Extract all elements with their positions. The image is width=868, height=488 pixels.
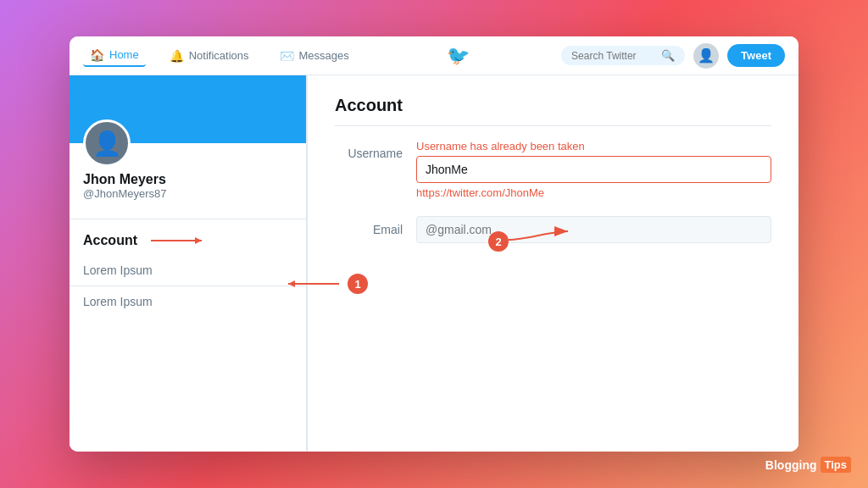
sidebar-item-1[interactable]: Lorem Ipsum	[70, 255, 306, 286]
sidebar-section-title: Account	[70, 226, 306, 255]
email-field-group	[416, 216, 771, 243]
watermark-suffix: Tips	[821, 457, 852, 473]
username-error: Username has already been taken	[416, 140, 771, 152]
search-icon: 🔍	[661, 49, 675, 62]
username-field-group: Username has already been taken https://…	[416, 140, 771, 199]
watermark: Blogging Tips	[765, 457, 851, 473]
main-content: 👤 Jhon Meyers @JhonMeyers87 Account Lore…	[70, 75, 798, 452]
profile-avatar: 👤	[83, 119, 131, 167]
nav-right: 🔍 👤 Tweet	[561, 43, 785, 69]
tweet-button[interactable]: Tweet	[727, 44, 785, 67]
mail-icon: ✉️	[280, 49, 294, 63]
profile-info: 👤 Jhon Meyers @JhonMeyers87	[70, 119, 306, 210]
sidebar-arrow	[151, 240, 202, 241]
profile-name: Jhon Meyers	[83, 172, 292, 187]
nav-left: 🏠 Home 🔔 Notifications ✉️ Messages	[83, 45, 356, 67]
avatar[interactable]: 👤	[693, 43, 719, 69]
search-box[interactable]: 🔍	[561, 46, 685, 65]
avatar-icon: 👤	[698, 47, 715, 64]
profile-card: 👤 Jhon Meyers @JhonMeyers87 Account Lore…	[70, 75, 307, 452]
email-label: Email	[335, 216, 403, 236]
nav-notifications-label: Notifications	[189, 49, 249, 62]
email-row: Email	[335, 216, 771, 243]
nav-center: 🐦	[376, 45, 541, 67]
bell-icon: 🔔	[170, 49, 184, 63]
nav-home[interactable]: 🏠 Home	[83, 45, 146, 67]
email-input[interactable]	[416, 216, 771, 243]
search-input[interactable]	[571, 50, 656, 62]
twitter-logo: 🐦	[447, 45, 470, 67]
nav-bar: 🏠 Home 🔔 Notifications ✉️ Messages 🐦	[70, 36, 798, 75]
sidebar-item-2[interactable]: Lorem Ipsum	[70, 286, 306, 317]
left-panel: 👤 Jhon Meyers @JhonMeyers87 Account Lore…	[70, 75, 307, 452]
nav-home-label: Home	[109, 48, 139, 61]
username-label: Username	[335, 140, 403, 160]
nav-notifications[interactable]: 🔔 Notifications	[163, 46, 256, 66]
sidebar-menu: Account Lorem Ipsum Lorem Ipsum	[70, 219, 306, 324]
browser-window: 🏠 Home 🔔 Notifications ✉️ Messages 🐦	[70, 36, 798, 452]
username-url: https://twitter.com/JhonMe	[416, 186, 771, 199]
home-icon: 🏠	[90, 48, 104, 62]
sidebar-account-label: Account	[83, 233, 137, 248]
profile-handle: @JhonMeyers87	[83, 187, 292, 200]
watermark-prefix: Blogging	[765, 458, 817, 472]
nav-messages[interactable]: ✉️ Messages	[273, 46, 356, 66]
settings-title: Account	[335, 96, 771, 126]
right-panel: Account Username Username has already be…	[307, 75, 798, 452]
nav-messages-label: Messages	[299, 49, 349, 62]
username-row: Username Username has already been taken…	[335, 140, 771, 199]
avatar-person-icon: 👤	[92, 130, 122, 158]
username-input[interactable]	[416, 156, 771, 183]
